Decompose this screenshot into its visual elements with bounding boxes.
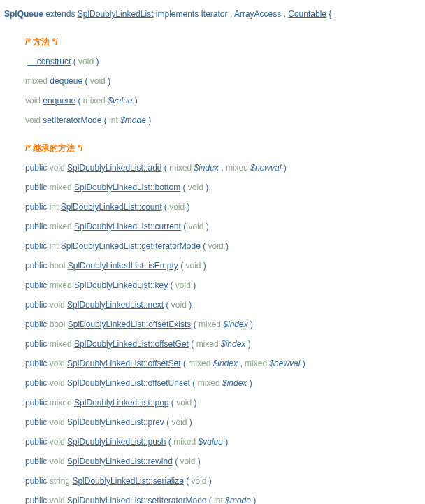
class-name: SplQueue [4,9,43,19]
method-getiteratormode: public int SplDoublyLinkedList::getItera… [25,236,421,256]
method-bottom: public mixed SplDoublyLinkedList::bottom… [25,178,421,197]
comma: , [284,9,286,19]
method-next: public void SplDoublyLinkedList::next ( … [25,295,421,315]
current-link[interactable]: SplDoublyLinkedList::current [74,222,181,231]
method-serialize: public string SplDoublyLinkedList::seria… [25,471,421,491]
dequeue-link[interactable]: dequeue [50,76,82,86]
setiteratormode-link[interactable]: setIteratorMode [43,115,101,125]
offsetget-link[interactable]: SplDoublyLinkedList::offsetGet [74,339,189,349]
bottom-link[interactable]: SplDoublyLinkedList::bottom [74,182,180,192]
interface-countable-link[interactable]: Countable [288,9,326,19]
method-rewind: public void SplDoublyLinkedList::rewind … [25,452,421,471]
method-offsetget: public mixed SplDoublyLinkedList::offset… [25,334,421,354]
method-offsetunset: public void SplDoublyLinkedList::offsetU… [25,373,421,393]
method-offsetset: public void SplDoublyLinkedList::offsetS… [25,354,421,373]
isempty-link[interactable]: SplDoublyLinkedList::isEmpty [68,261,178,271]
construct-link[interactable]: __construct [27,57,71,66]
method-key: public mixed SplDoublyLinkedList::key ( … [25,275,421,295]
method-setiteratormode2: public void SplDoublyLinkedList::setIter… [25,491,421,504]
method-offsetexists: public bool SplDoublyLinkedList::offsetE… [25,315,421,334]
method-prev: public void SplDoublyLinkedList::prev ( … [25,412,421,432]
serialize-link[interactable]: SplDoublyLinkedList::serialize [72,476,183,486]
parent-class-link[interactable]: SplDoublyLinkedList [78,9,154,19]
method-isempty: public bool SplDoublyLinkedList::isEmpty… [25,256,421,275]
methods-section: /* 方法 */ __construct ( void ) mixed dequ… [4,32,421,504]
count-link[interactable]: SplDoublyLinkedList::count [61,202,162,212]
method-construct: __construct ( void ) [25,52,421,71]
rewind-link[interactable]: SplDoublyLinkedList::rewind [67,456,173,466]
pop-link[interactable]: SplDoublyLinkedList::pop [74,398,168,408]
prev-link[interactable]: SplDoublyLinkedList::prev [67,417,164,427]
method-count: public int SplDoublyLinkedList::count ( … [25,197,421,217]
inherited-comment: /* 继承的方法 */ [25,138,421,158]
method-enqueue: void enqueue ( mixed $value ) [25,91,421,110]
method-push: public void SplDoublyLinkedList::push ( … [25,432,421,452]
methods-comment: /* 方法 */ [25,32,421,52]
method-setiteratormode: void setIteratorMode ( int $mode ) [25,110,421,130]
method-add: public void SplDoublyLinkedList::add ( m… [25,158,421,178]
enqueue-link[interactable]: enqueue [43,96,75,106]
offsetset-link[interactable]: SplDoublyLinkedList::offsetSet [67,359,181,368]
implements-keyword: implements [156,9,199,19]
key-link[interactable]: SplDoublyLinkedList::key [74,280,168,290]
push-link[interactable]: SplDoublyLinkedList::push [67,437,166,447]
comma: , [230,9,232,19]
extends-keyword: extends [45,9,75,19]
class-synopsis-header: SplQueue extends SplDoublyLinkedList imp… [4,4,421,24]
add-link[interactable]: SplDoublyLinkedList::add [67,163,161,173]
brace-open: { [329,9,331,19]
setiteratormode2-link[interactable]: SplDoublyLinkedList::setIteratorMode [67,496,206,504]
getiteratormode-link[interactable]: SplDoublyLinkedList::getIteratorMode [61,241,201,251]
interface-arrayaccess: ArrayAccess [234,9,281,19]
offsetexists-link[interactable]: SplDoublyLinkedList::offsetExists [68,319,192,329]
next-link[interactable]: SplDoublyLinkedList::next [67,300,164,310]
method-dequeue: mixed dequeue ( void ) [25,71,421,91]
method-pop: public mixed SplDoublyLinkedList::pop ( … [25,393,421,412]
offsetunset-link[interactable]: SplDoublyLinkedList::offsetUnset [67,378,190,388]
method-current: public mixed SplDoublyLinkedList::curren… [25,217,421,236]
interface-iterator: Iterator [201,9,228,19]
